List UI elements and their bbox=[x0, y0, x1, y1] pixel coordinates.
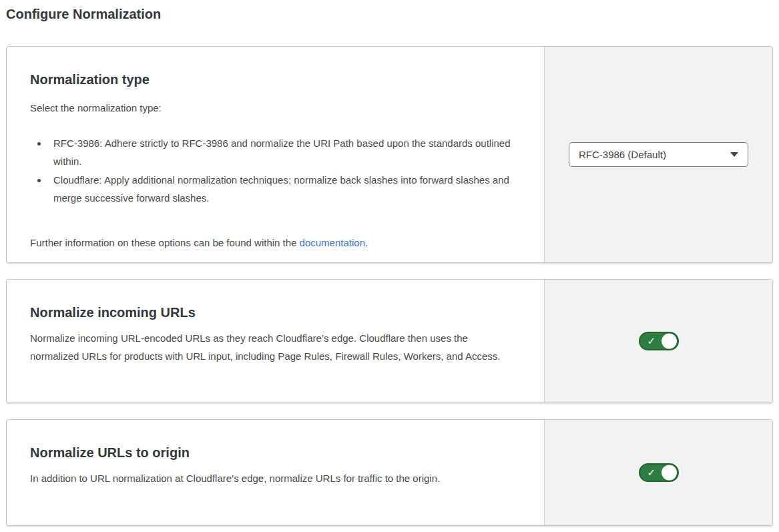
card-title-normalize-incoming-urls: Normalize incoming URLs bbox=[30, 304, 517, 321]
chevron-down-icon bbox=[730, 152, 738, 157]
normalize-incoming-urls-content: Normalize incoming URLs Normalize incomi… bbox=[7, 280, 544, 403]
normalize-urls-to-origin-card: Normalize URLs to origin In addition to … bbox=[6, 419, 773, 526]
normalize-urls-to-origin-description: In addition to URL normalization at Clou… bbox=[30, 469, 517, 487]
documentation-link[interactable]: documentation bbox=[300, 237, 365, 248]
normalization-type-control-panel: RFC-3986 (Default) bbox=[544, 47, 772, 262]
normalize-incoming-urls-toggle[interactable]: ✓ bbox=[639, 332, 679, 350]
normalization-type-footer: Further information on these options can… bbox=[30, 234, 517, 252]
checkmark-icon: ✓ bbox=[647, 467, 656, 477]
card-title-normalization-type: Normalization type bbox=[30, 71, 517, 88]
normalization-type-options-list: RFC-3986: Adhere strictly to RFC-3986 an… bbox=[30, 134, 511, 207]
selected-option-label: RFC-3986 (Default) bbox=[579, 149, 730, 160]
normalize-incoming-urls-description: Normalize incoming URL-encoded URLs as t… bbox=[30, 329, 517, 365]
configure-normalization-page: Configure Normalization Normalization ty… bbox=[0, 0, 779, 526]
normalization-type-subtitle: Select the normalization type: bbox=[30, 99, 517, 117]
list-item: Cloudflare: Apply additional normalizati… bbox=[48, 171, 511, 207]
checkmark-icon: ✓ bbox=[647, 336, 656, 346]
toggle-knob bbox=[662, 465, 677, 481]
footer-text-suffix: . bbox=[365, 237, 368, 248]
normalize-incoming-urls-card: Normalize incoming URLs Normalize incomi… bbox=[6, 279, 773, 403]
toggle-knob bbox=[662, 334, 677, 349]
list-item: RFC-3986: Adhere strictly to RFC-3986 an… bbox=[48, 134, 511, 170]
normalization-type-content: Normalization type Select the normalizat… bbox=[7, 47, 544, 262]
normalization-type-card: Normalization type Select the normalizat… bbox=[6, 46, 773, 263]
footer-text: Further information on these options can… bbox=[30, 237, 300, 248]
normalize-urls-to-origin-content: Normalize URLs to origin In addition to … bbox=[7, 420, 544, 525]
page-title: Configure Normalization bbox=[6, 5, 773, 23]
normalize-urls-to-origin-toggle[interactable]: ✓ bbox=[639, 463, 679, 482]
normalize-incoming-urls-control-panel: ✓ bbox=[544, 280, 772, 403]
normalize-urls-to-origin-control-panel: ✓ bbox=[544, 420, 772, 525]
normalization-type-select[interactable]: RFC-3986 (Default) bbox=[569, 142, 748, 167]
card-title-normalize-urls-to-origin: Normalize URLs to origin bbox=[30, 444, 517, 461]
